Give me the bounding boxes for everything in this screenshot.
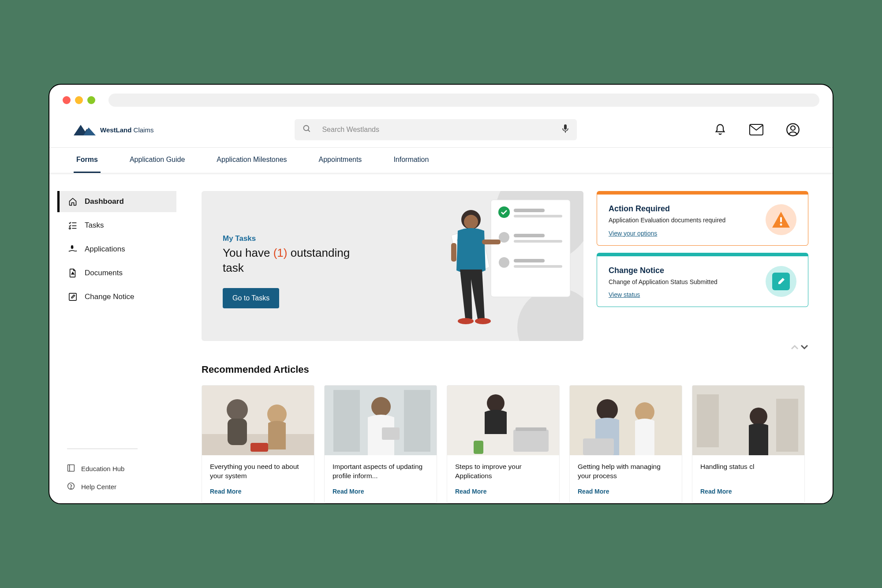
search-input[interactable] bbox=[322, 126, 551, 134]
svg-rect-44 bbox=[228, 419, 247, 445]
search-bar[interactable] bbox=[295, 119, 577, 140]
sidebar-item-tasks[interactable]: Tasks bbox=[59, 215, 178, 236]
svg-rect-25 bbox=[514, 240, 562, 243]
article-card[interactable]: Getting help with managing your process … bbox=[569, 385, 682, 503]
svg-rect-64 bbox=[776, 399, 798, 452]
article-card[interactable]: Important aspects of updating profile in… bbox=[324, 385, 437, 503]
tab-forms[interactable]: Forms bbox=[74, 148, 101, 173]
hand-money-icon: $ bbox=[68, 245, 78, 253]
tasks-panel: My Tasks You have (1) outstanding task G… bbox=[202, 191, 583, 341]
chevron-up-icon[interactable] bbox=[791, 344, 799, 352]
notifications-icon[interactable] bbox=[714, 124, 726, 136]
article-thumbnail bbox=[570, 386, 682, 455]
tab-information[interactable]: Information bbox=[391, 148, 431, 173]
alert-icon bbox=[766, 204, 796, 235]
svg-rect-62 bbox=[697, 394, 719, 447]
svg-point-63 bbox=[750, 408, 767, 425]
read-more-link[interactable]: Read More bbox=[455, 488, 551, 495]
article-card[interactable]: Handling status cl Read More bbox=[692, 385, 805, 503]
sidebar-item-label: Tasks bbox=[85, 221, 104, 230]
sidebar-help-center[interactable]: Help Center bbox=[67, 478, 202, 496]
svg-rect-36 bbox=[451, 243, 456, 262]
maximize-window-button[interactable] bbox=[87, 96, 95, 104]
read-more-link[interactable]: Read More bbox=[333, 488, 429, 495]
svg-rect-48 bbox=[333, 390, 360, 452]
svg-rect-35 bbox=[482, 240, 501, 244]
read-more-link[interactable]: Read More bbox=[210, 488, 306, 495]
close-window-button[interactable] bbox=[63, 96, 71, 104]
sidebar-item-applications[interactable]: $ Applications bbox=[59, 239, 178, 260]
tab-application-milestones[interactable]: Application Milestones bbox=[214, 148, 289, 173]
edit-icon bbox=[766, 266, 796, 297]
sidebar-item-label: Change Notice bbox=[85, 292, 134, 301]
main-layout: Dashboard Tasks $ Applications bbox=[49, 173, 833, 503]
svg-rect-55 bbox=[516, 427, 546, 431]
notice-pager bbox=[202, 341, 833, 352]
tab-appointments[interactable]: Appointments bbox=[316, 148, 365, 173]
svg-rect-46 bbox=[250, 443, 268, 452]
sidebar-footer: Education Hub Help Center bbox=[57, 449, 202, 496]
sidebar-footer-label: Help Center bbox=[81, 483, 116, 491]
mail-icon[interactable] bbox=[749, 124, 763, 135]
browser-window: WestLand Claims Forms Application Guid bbox=[49, 84, 833, 504]
sidebar-nav: Dashboard Tasks $ Applications bbox=[57, 191, 202, 307]
read-more-link[interactable]: Read More bbox=[700, 488, 796, 495]
home-icon bbox=[68, 197, 78, 206]
read-more-link[interactable]: Read More bbox=[578, 488, 674, 495]
svg-point-20 bbox=[498, 206, 510, 218]
notice-description: Application Evaluation documents require… bbox=[609, 216, 728, 225]
minimize-window-button[interactable] bbox=[75, 96, 83, 104]
browser-chrome bbox=[49, 85, 833, 112]
view-status-link[interactable]: View status bbox=[609, 291, 640, 298]
top-nav-tabs: Forms Application Guide Application Mile… bbox=[49, 147, 833, 173]
go-to-tasks-button[interactable]: Go to Tasks bbox=[223, 288, 279, 308]
article-title: Everything you need to about your system bbox=[210, 462, 306, 481]
svg-rect-60 bbox=[583, 438, 614, 455]
svg-point-38 bbox=[475, 318, 491, 324]
tasks-headline: You have (1) outstanding task bbox=[223, 246, 355, 276]
article-title: Steps to improve your Applications bbox=[455, 462, 551, 481]
sidebar-item-dashboard[interactable]: Dashboard bbox=[57, 191, 176, 212]
book-icon bbox=[67, 464, 75, 473]
article-title: Getting help with managing your process bbox=[578, 462, 674, 481]
article-thumbnail bbox=[692, 386, 804, 455]
article-title: Handling status cl bbox=[700, 462, 796, 481]
svg-rect-27 bbox=[514, 259, 545, 262]
svg-point-43 bbox=[227, 399, 248, 420]
svg-rect-28 bbox=[514, 265, 562, 268]
sidebar-item-documents[interactable]: Documents bbox=[59, 262, 178, 284]
top-panels: My Tasks You have (1) outstanding task G… bbox=[202, 191, 833, 341]
sidebar-education-hub[interactable]: Education Hub bbox=[67, 460, 202, 478]
svg-rect-24 bbox=[514, 234, 545, 237]
tab-application-guide[interactable]: Application Guide bbox=[127, 148, 187, 173]
search-icon bbox=[303, 124, 311, 135]
view-options-link[interactable]: View your options bbox=[609, 230, 657, 237]
url-bar[interactable] bbox=[108, 94, 819, 107]
chevron-down-icon[interactable] bbox=[800, 344, 808, 352]
articles-heading: Recommended Articles bbox=[202, 364, 833, 375]
sidebar-item-label: Dashboard bbox=[85, 197, 124, 206]
svg-point-53 bbox=[487, 394, 505, 412]
article-card[interactable]: Everything you need to about your system… bbox=[202, 385, 314, 503]
app-header: WestLand Claims bbox=[49, 112, 833, 147]
microphone-icon[interactable] bbox=[562, 124, 569, 135]
profile-icon[interactable] bbox=[786, 123, 800, 136]
notice-title: Action Required bbox=[609, 204, 758, 213]
svg-point-10 bbox=[69, 228, 71, 229]
svg-rect-2 bbox=[564, 124, 567, 130]
tasks-illustration bbox=[434, 191, 583, 341]
notice-description: Change of Application Status Submitted bbox=[609, 278, 728, 287]
svg-point-6 bbox=[791, 126, 795, 130]
sidebar-footer-label: Education Hub bbox=[81, 465, 124, 472]
svg-line-1 bbox=[308, 130, 310, 132]
sidebar: Dashboard Tasks $ Applications bbox=[49, 191, 202, 503]
svg-rect-51 bbox=[382, 427, 400, 440]
svg-point-50 bbox=[371, 397, 391, 416]
sidebar-item-change-notice[interactable]: Change Notice bbox=[59, 286, 178, 307]
svg-point-58 bbox=[597, 399, 618, 420]
svg-point-37 bbox=[458, 318, 474, 324]
document-icon bbox=[68, 269, 78, 277]
recommended-articles: Recommended Articles Everything you need… bbox=[202, 364, 833, 503]
article-card[interactable]: Steps to improve your Applications Read … bbox=[447, 385, 560, 503]
brand-logo[interactable]: WestLand Claims bbox=[74, 124, 153, 135]
